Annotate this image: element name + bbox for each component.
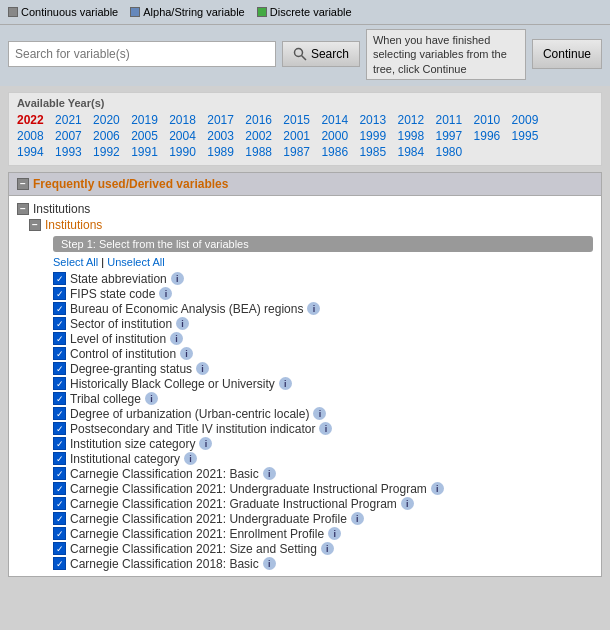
year-2002[interactable]: 2002	[245, 129, 272, 143]
info-icon-14[interactable]: i	[431, 482, 444, 495]
unselect-all-link[interactable]: Unselect All	[107, 256, 164, 268]
year-2012[interactable]: 2012	[397, 113, 424, 127]
year-2015[interactable]: 2015	[283, 113, 310, 127]
continue-button[interactable]: Continue	[532, 39, 602, 69]
list-item: Carnegie Classification 2021: Size and S…	[53, 542, 593, 556]
year-1980[interactable]: 1980	[436, 145, 463, 159]
var-checkbox-0[interactable]	[53, 272, 66, 285]
search-button-label: Search	[311, 47, 349, 61]
year-1993[interactable]: 1993	[55, 145, 82, 159]
list-item: Degree of urbanization (Urban-centric lo…	[53, 407, 593, 421]
var-checkbox-18[interactable]	[53, 542, 66, 555]
year-1994[interactable]: 1994	[17, 145, 44, 159]
var-checkbox-7[interactable]	[53, 377, 66, 390]
info-icon-2[interactable]: i	[307, 302, 320, 315]
year-2013[interactable]: 2013	[359, 113, 386, 127]
year-1999[interactable]: 1999	[359, 129, 386, 143]
info-icon-6[interactable]: i	[196, 362, 209, 375]
info-icon-1[interactable]: i	[159, 287, 172, 300]
svg-point-0	[294, 49, 302, 57]
info-icon-8[interactable]: i	[145, 392, 158, 405]
select-all-link[interactable]: Select All	[53, 256, 98, 268]
var-checkbox-5[interactable]	[53, 347, 66, 360]
year-2021[interactable]: 2021	[55, 113, 82, 127]
var-checkbox-17[interactable]	[53, 527, 66, 540]
var-label-14: Carnegie Classification 2021: Undergradu…	[70, 482, 427, 496]
year-1985[interactable]: 1985	[359, 145, 386, 159]
year-1992[interactable]: 1992	[93, 145, 120, 159]
year-1989[interactable]: 1989	[207, 145, 234, 159]
year-1988[interactable]: 1988	[245, 145, 272, 159]
section-title: Frequently used/Derived variables	[33, 177, 228, 191]
year-2004[interactable]: 2004	[169, 129, 196, 143]
year-2005[interactable]: 2005	[131, 129, 158, 143]
info-icon-19[interactable]: i	[263, 557, 276, 570]
search-button[interactable]: Search	[282, 41, 360, 67]
collapse-second-icon[interactable]: −	[29, 219, 41, 231]
var-checkbox-14[interactable]	[53, 482, 66, 495]
info-icon-16[interactable]: i	[351, 512, 364, 525]
info-icon-18[interactable]: i	[321, 542, 334, 555]
year-2016[interactable]: 2016	[245, 113, 272, 127]
var-checkbox-10[interactable]	[53, 422, 66, 435]
info-icon-17[interactable]: i	[328, 527, 341, 540]
year-2019[interactable]: 2019	[131, 113, 158, 127]
year-1996[interactable]: 1996	[474, 129, 501, 143]
year-2014[interactable]: 2014	[321, 113, 348, 127]
info-icon-12[interactable]: i	[184, 452, 197, 465]
year-2010[interactable]: 2010	[474, 113, 501, 127]
year-1986[interactable]: 1986	[321, 145, 348, 159]
list-item: Postsecondary and Title IV institution i…	[53, 422, 593, 436]
var-checkbox-19[interactable]	[53, 557, 66, 570]
year-2007[interactable]: 2007	[55, 129, 82, 143]
info-icon-0[interactable]: i	[171, 272, 184, 285]
year-2020[interactable]: 2020	[93, 113, 120, 127]
info-icon-9[interactable]: i	[313, 407, 326, 420]
var-label-15: Carnegie Classification 2021: Graduate I…	[70, 497, 397, 511]
var-checkbox-11[interactable]	[53, 437, 66, 450]
year-1998[interactable]: 1998	[397, 129, 424, 143]
year-1997[interactable]: 1997	[436, 129, 463, 143]
collapse-top-icon[interactable]: −	[17, 203, 29, 215]
year-2009[interactable]: 2009	[512, 113, 539, 127]
info-icon-10[interactable]: i	[319, 422, 332, 435]
var-checkbox-2[interactable]	[53, 302, 66, 315]
year-2011[interactable]: 2011	[436, 113, 463, 127]
year-1995[interactable]: 1995	[512, 129, 539, 143]
var-label-5: Control of institution	[70, 347, 176, 361]
year-2003[interactable]: 2003	[207, 129, 234, 143]
info-icon-5[interactable]: i	[180, 347, 193, 360]
year-2017[interactable]: 2017	[207, 113, 234, 127]
year-2001[interactable]: 2001	[283, 129, 310, 143]
year-1991[interactable]: 1991	[131, 145, 158, 159]
info-icon-4[interactable]: i	[170, 332, 183, 345]
var-checkbox-9[interactable]	[53, 407, 66, 420]
year-2022[interactable]: 2022	[17, 113, 44, 127]
info-icon-13[interactable]: i	[263, 467, 276, 480]
var-checkbox-6[interactable]	[53, 362, 66, 375]
years-section: Available Year(s) 2022 2021 2020 2019 20…	[8, 92, 602, 166]
var-label-10: Postsecondary and Title IV institution i…	[70, 422, 315, 436]
year-2008[interactable]: 2008	[17, 129, 44, 143]
year-2006[interactable]: 2006	[93, 129, 120, 143]
info-icon-3[interactable]: i	[176, 317, 189, 330]
info-icon-11[interactable]: i	[199, 437, 212, 450]
collapse-section-icon[interactable]: −	[17, 178, 29, 190]
year-2000[interactable]: 2000	[321, 129, 348, 143]
var-checkbox-3[interactable]	[53, 317, 66, 330]
search-input[interactable]	[8, 41, 276, 67]
var-checkbox-8[interactable]	[53, 392, 66, 405]
year-1984[interactable]: 1984	[397, 145, 424, 159]
var-checkbox-13[interactable]	[53, 467, 66, 480]
info-icon-7[interactable]: i	[279, 377, 292, 390]
list-item: Carnegie Classification 2021: Basic i	[53, 467, 593, 481]
year-2018[interactable]: 2018	[169, 113, 196, 127]
year-1987[interactable]: 1987	[283, 145, 310, 159]
var-checkbox-1[interactable]	[53, 287, 66, 300]
year-1990[interactable]: 1990	[169, 145, 196, 159]
info-icon-15[interactable]: i	[401, 497, 414, 510]
var-checkbox-12[interactable]	[53, 452, 66, 465]
var-checkbox-16[interactable]	[53, 512, 66, 525]
var-checkbox-15[interactable]	[53, 497, 66, 510]
var-checkbox-4[interactable]	[53, 332, 66, 345]
